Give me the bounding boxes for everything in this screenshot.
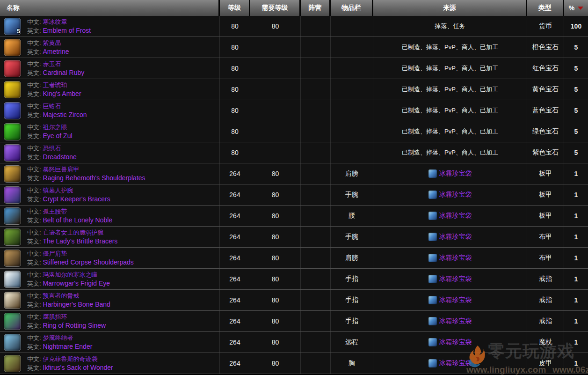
cardinal-ruby-gem-icon[interactable]	[4, 60, 21, 77]
source-bag-link[interactable]: 冰霜珍宝袋	[428, 169, 472, 178]
plate-bracers-icon[interactable]	[4, 186, 21, 204]
source-bag-link[interactable]: 冰霜珍宝袋	[428, 317, 472, 325]
source-bag-link[interactable]: 冰霜珍宝袋	[428, 254, 472, 262]
table-header-row: 名称 等级 需要等级 阵营 物品栏 来源 类型 %	[0, 0, 588, 16]
percent-cell: 1	[564, 163, 588, 184]
item-name-en-link[interactable]: Nightmare Ender	[43, 343, 93, 350]
item-name-en-link[interactable]: Cardinal Ruby	[43, 69, 85, 76]
slot-cell	[331, 100, 373, 121]
dreadstone-gem-icon[interactable]	[4, 144, 21, 162]
item-name-en-link[interactable]: Ametrine	[43, 48, 69, 55]
item-name-en-link[interactable]: Crypt Keeper's Bracers	[43, 195, 110, 203]
column-header-source[interactable]: 来源	[373, 0, 527, 16]
type-cell: 戒指	[527, 311, 564, 331]
column-header-required-level[interactable]: 需要等级	[250, 0, 301, 16]
column-header-type[interactable]: 类型	[527, 0, 564, 16]
item-name-en-link[interactable]: Dreadstone	[43, 153, 77, 161]
item-name-en-link[interactable]: Ikfirus's Sack of Wonder	[43, 364, 113, 371]
item-name-cn-link[interactable]: 孤王腰带	[43, 208, 67, 215]
name-cell: 中文: 腐肌指环 英文: Ring of Rotting Sinew	[0, 311, 220, 331]
treasure-bag-icon	[428, 254, 437, 262]
slot-cell: 手指	[331, 269, 373, 289]
ametrine-gem-icon[interactable]	[4, 39, 21, 56]
faction-cell	[301, 248, 331, 268]
english-label: 英文:	[27, 322, 41, 329]
wand-icon[interactable]	[4, 334, 21, 351]
column-header-percent[interactable]: %	[564, 0, 588, 16]
slot-cell	[331, 16, 373, 37]
required-level-cell: 80	[250, 16, 301, 37]
source-bag-link[interactable]: 冰霜珍宝袋	[428, 359, 472, 368]
column-header-slot[interactable]: 物品栏	[331, 0, 373, 16]
source-bag-link[interactable]: 冰霜珍宝袋	[428, 233, 472, 241]
rotting-sinew-ring-icon[interactable]	[4, 313, 21, 330]
frigid-eye-ring-icon[interactable]	[4, 271, 21, 288]
item-name-cn-link[interactable]: 赤玉石	[43, 60, 61, 67]
kings-amber-gem-icon[interactable]	[4, 81, 21, 98]
shoulderplates-icon[interactable]	[4, 165, 21, 183]
item-name-en-link[interactable]: Belt of the Lonely Noble	[43, 216, 113, 224]
chinese-label: 中文:	[27, 124, 41, 131]
source-bag-link[interactable]: 冰霜珍宝袋	[428, 296, 472, 304]
item-name-en-link[interactable]: Stiffened Corpse Shoulderpads	[43, 258, 134, 266]
chinese-label: 中文:	[27, 313, 41, 320]
treasure-bag-icon	[428, 233, 437, 241]
item-name-en-link[interactable]: Ring of Rotting Sinew	[43, 322, 106, 329]
sack-icon[interactable]	[4, 355, 21, 372]
item-name-en-link[interactable]: Emblem of Frost	[43, 27, 91, 34]
item-names: 中文: 恐惧石 英文: Dreadstone	[27, 144, 77, 162]
item-name-en-link[interactable]: Eye of Zul	[43, 132, 73, 140]
item-name-en-link[interactable]: Marrowgar's Frigid Eye	[43, 279, 110, 287]
item-name-cn-link[interactable]: 寒冰纹章	[43, 18, 67, 25]
item-name-cn-link[interactable]: 僵尸肩垫	[43, 250, 67, 257]
item-name-cn-link[interactable]: 镇墓人护腕	[43, 187, 73, 194]
source-cell: 冰霜珍宝袋	[373, 290, 527, 310]
item-names: 中文: 王者琥珀 英文: King's Amber	[27, 81, 81, 98]
cloth-bracers-icon[interactable]	[4, 228, 21, 246]
item-name-cn-link[interactable]: 巨锆石	[43, 103, 61, 110]
item-name-en-link[interactable]: King's Amber	[43, 90, 81, 97]
item-name-en-link[interactable]: The Lady's Brittle Bracers	[43, 237, 118, 245]
item-name-en-link[interactable]: Raging Behemoth's Shoulderplates	[43, 174, 145, 182]
column-header-level[interactable]: 等级	[220, 0, 250, 16]
item-name-cn-link[interactable]: 恐惧石	[43, 145, 61, 152]
slot-cell: 远程	[331, 332, 373, 353]
percent-cell: 5	[564, 100, 588, 121]
item-name-cn-link[interactable]: 梦魇终结者	[43, 334, 73, 341]
source-bag-link[interactable]: 冰霜珍宝袋	[428, 275, 472, 283]
required-level-cell: 80	[250, 206, 301, 226]
required-level-cell	[250, 79, 301, 100]
belt-icon[interactable]	[4, 207, 21, 225]
item-name-cn-link[interactable]: 王者琥珀	[43, 81, 67, 88]
emblem-of-frost-icon[interactable]: 5	[4, 18, 21, 35]
item-name-cn-link[interactable]: 紫黄晶	[43, 39, 61, 46]
source-bag-link[interactable]: 冰霜珍宝袋	[428, 212, 472, 220]
percent-header-label: %	[569, 4, 574, 12]
required-level-cell: 80	[250, 332, 301, 353]
eye-of-zul-gem-icon[interactable]	[4, 123, 21, 140]
column-header-name[interactable]: 名称	[0, 0, 220, 16]
table-row: 5 中文: 寒冰纹章 英文: Emblem of Frost 80 80 掉落、…	[0, 16, 588, 37]
item-name-cn-link[interactable]: 预言者的骨戒	[43, 292, 80, 299]
bone-band-ring-icon[interactable]	[4, 292, 21, 309]
chinese-label: 中文:	[27, 334, 41, 341]
item-name-cn-link[interactable]: 亡语者女士的脆弱护腕	[43, 229, 104, 236]
item-name-cn-link[interactable]: 伊克菲鲁斯的奇迹袋	[43, 355, 98, 362]
item-name-cn-link[interactable]: 腐肌指环	[43, 313, 67, 320]
english-label: 英文:	[27, 48, 41, 55]
type-cell: 黄色宝石	[527, 79, 564, 100]
item-name-cn-link[interactable]: 玛洛加尔的寒冰之瞳	[43, 271, 98, 278]
item-name-cn-link[interactable]: 暴怒巨兽肩甲	[43, 166, 80, 173]
english-label: 英文:	[27, 196, 41, 203]
type-cell: 板甲	[527, 163, 564, 184]
source-link-label: 冰霜珍宝袋	[439, 233, 472, 241]
item-name-en-link[interactable]: Majestic Zircon	[43, 111, 87, 118]
item-name-en-link[interactable]: Harbinger's Bone Band	[43, 301, 110, 308]
shoulderpads-icon[interactable]	[4, 250, 21, 267]
column-header-faction[interactable]: 阵营	[301, 0, 331, 16]
item-names: 中文: 巨锆石 英文: Majestic Zircon	[27, 102, 87, 119]
item-name-cn-link[interactable]: 祖尔之眼	[43, 124, 67, 131]
source-bag-link[interactable]: 冰霜珍宝袋	[428, 338, 472, 346]
majestic-zircon-gem-icon[interactable]	[4, 102, 21, 119]
source-bag-link[interactable]: 冰霜珍宝袋	[428, 191, 472, 199]
